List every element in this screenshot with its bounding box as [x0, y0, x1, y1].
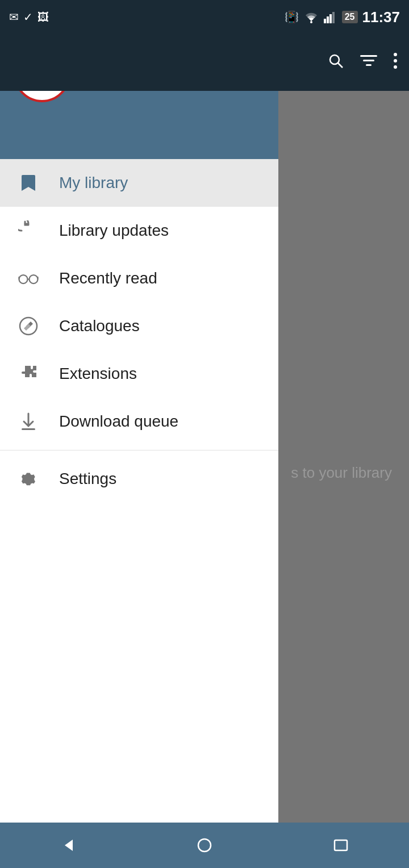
vibrate-icon: 📳 — [285, 10, 299, 24]
drawer-menu: My library Library updates — [0, 159, 278, 868]
svg-point-20 — [198, 839, 211, 852]
svg-rect-3 — [329, 14, 332, 23]
menu-divider — [0, 450, 278, 450]
status-bar: ✉ ✓ 🖼 📳 25 11:37 — [0, 0, 409, 34]
svg-rect-21 — [335, 840, 347, 850]
download-icon — [14, 407, 43, 436]
back-button[interactable] — [51, 828, 85, 862]
status-bar-left: ✉ ✓ 🖼 — [9, 10, 49, 24]
recents-button[interactable] — [324, 828, 358, 862]
sidebar-item-settings[interactable]: Settings — [0, 455, 278, 503]
sidebar-item-library-updates[interactable]: Library updates — [0, 207, 278, 254]
svg-line-6 — [338, 63, 343, 68]
home-button[interactable] — [187, 828, 222, 862]
svg-rect-1 — [324, 19, 326, 23]
svg-point-13 — [19, 275, 28, 283]
search-icon[interactable] — [327, 52, 344, 73]
battery-icon: 25 — [342, 11, 358, 23]
svg-rect-7 — [360, 55, 377, 57]
bottom-nav — [0, 823, 409, 868]
gear-icon — [14, 464, 43, 494]
svg-point-11 — [394, 59, 397, 62]
sidebar-item-extensions[interactable]: Extensions — [0, 350, 278, 398]
svg-point-14 — [30, 275, 38, 283]
svg-point-10 — [394, 53, 397, 56]
menu-spacer — [0, 503, 278, 868]
signal-icon — [324, 11, 337, 23]
sidebar-item-label: Extensions — [59, 365, 137, 383]
svg-rect-8 — [363, 60, 374, 61]
app-header — [0, 34, 409, 91]
clock: 11:37 — [362, 9, 400, 26]
refresh-icon — [14, 216, 43, 245]
sidebar-item-recently-read[interactable]: Recently read — [0, 254, 278, 302]
status-bar-right: 📳 25 11:37 — [285, 9, 400, 26]
more-icon[interactable] — [393, 52, 398, 73]
bookmark-icon — [14, 168, 43, 198]
background-partial-text: s to your library — [291, 464, 392, 482]
sidebar-item-label: Recently read — [59, 269, 157, 287]
svg-marker-19 — [65, 840, 73, 851]
mail-icon: ✉ — [9, 10, 19, 24]
sidebar-item-label: Library updates — [59, 222, 169, 240]
svg-rect-18 — [22, 428, 35, 430]
puzzle-icon — [14, 359, 43, 389]
svg-point-5 — [330, 55, 339, 64]
filter-icon[interactable] — [360, 53, 377, 72]
svg-rect-2 — [327, 16, 329, 23]
wifi-icon — [303, 11, 319, 23]
sidebar-item-download-queue[interactable]: Download queue — [0, 398, 278, 445]
sidebar-item-label: Catalogues — [59, 317, 140, 335]
svg-point-0 — [310, 21, 312, 23]
sidebar-item-label: My library — [59, 174, 128, 192]
sidebar-item-my-library[interactable]: My library — [0, 159, 278, 207]
sidebar-item-label: Download queue — [59, 412, 178, 431]
compass-icon — [14, 311, 43, 341]
sidebar-item-catalogues[interactable]: Catalogues — [0, 302, 278, 350]
svg-rect-9 — [366, 64, 372, 66]
svg-point-12 — [394, 65, 397, 69]
header-icons — [327, 52, 398, 73]
check-icon: ✓ — [23, 10, 33, 24]
glasses-icon — [14, 264, 43, 293]
sidebar-item-label: Settings — [59, 470, 116, 488]
background-content: s to your library — [278, 0, 409, 823]
image-icon: 🖼 — [37, 11, 49, 24]
svg-rect-4 — [332, 12, 335, 23]
drawer: 立 My library Library updates — [0, 0, 278, 868]
